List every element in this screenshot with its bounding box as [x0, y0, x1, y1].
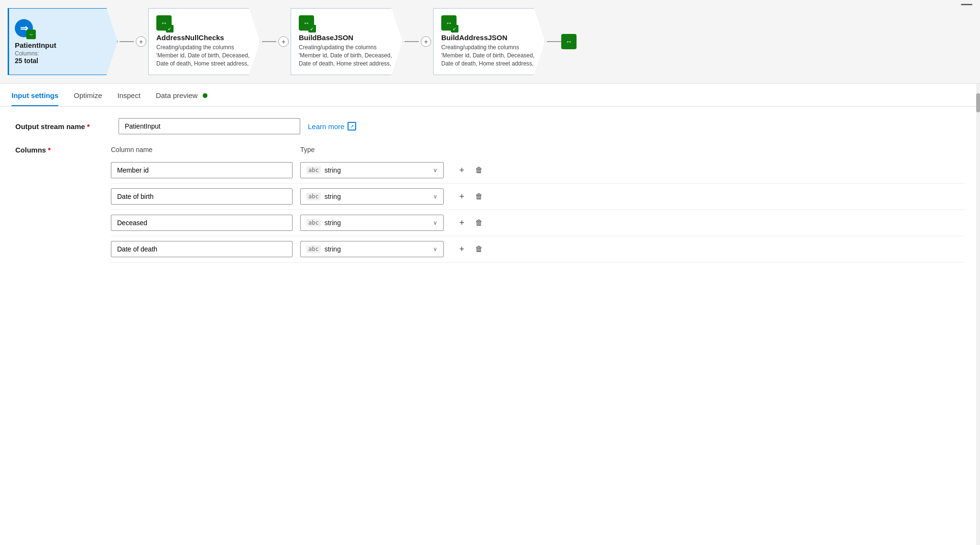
chevron-down-icon-2: ∨: [433, 193, 437, 200]
add-node-btn-1[interactable]: +: [136, 36, 146, 47]
add-node-btn-2[interactable]: +: [278, 36, 289, 47]
transform-badge-icon: ↔: [26, 30, 36, 39]
delete-col-btn-4[interactable]: 🗑: [472, 242, 486, 256]
tab-input-settings[interactable]: Input settings: [11, 84, 58, 106]
sub-icon-3: ↙: [308, 25, 316, 33]
col-name-input-2[interactable]: [111, 188, 293, 205]
learn-more-link[interactable]: Learn more ↗: [308, 122, 356, 131]
connector-line-4: [547, 41, 561, 42]
required-star-columns: *: [48, 146, 51, 154]
learn-more-text: Learn more: [308, 122, 345, 131]
column-row-1: abc string ∨ + 🗑: [111, 157, 965, 184]
column-row-2: abc string ∨ + 🗑: [111, 184, 965, 210]
node-box-patient-input: ⇒ ↔ PatientInput Columns: 25 total: [8, 8, 118, 75]
type-label-4: string: [325, 245, 341, 253]
columns-section: Columns* Column name Type abc string: [15, 146, 965, 262]
delete-col-btn-1[interactable]: 🗑: [472, 164, 486, 177]
connector-2: +: [260, 0, 291, 83]
pipeline-node-build-address-json[interactable]: ↔ ↙ BuildAddressJSON Creating/updating t…: [433, 0, 545, 83]
col-header-name: Column name: [111, 146, 293, 153]
required-star-stream: *: [87, 122, 90, 131]
add-node-btn-3[interactable]: +: [421, 36, 431, 47]
add-col-btn-4[interactable]: +: [455, 242, 468, 256]
pipeline-header: ⇒ ↔ PatientInput Columns: 25 total + ↔ ↙…: [0, 0, 980, 84]
connector-line-3: [404, 41, 419, 42]
node-box-build-address-json: ↔ ↙ BuildAddressJSON Creating/updating t…: [433, 8, 545, 75]
node-box-build-base-json: ↔ ↙ BuildBaseJSON Creating/updating the …: [291, 8, 403, 75]
col-name-input-1[interactable]: [111, 162, 293, 178]
tabs-bar: Input settings Optimize Inspect Data pre…: [0, 84, 980, 107]
output-stream-name-label: Output stream name*: [15, 122, 111, 131]
final-transform-icon: ↔: [561, 34, 577, 49]
pipeline-node-patient-input[interactable]: ⇒ ↔ PatientInput Columns: 25 total: [8, 0, 118, 83]
connector-line-1: [120, 41, 134, 42]
output-stream-name-row: Output stream name* Learn more ↗: [15, 118, 965, 134]
type-badge-1: abc: [306, 166, 321, 174]
type-badge-2: abc: [306, 193, 321, 200]
node-icon-patient-input: ⇒ ↔: [15, 19, 109, 37]
type-select-1[interactable]: abc string ∨: [300, 162, 444, 178]
main-content: Output stream name* Learn more ↗ Columns…: [0, 107, 980, 274]
type-select-3[interactable]: abc string ∨: [300, 215, 444, 231]
chevron-down-icon-4: ∨: [433, 246, 437, 252]
chevron-down-icon-3: ∨: [433, 219, 437, 226]
minimize-btn[interactable]: [961, 4, 972, 5]
col-name-input-4[interactable]: [111, 241, 293, 257]
sub-icon-2: ↙: [166, 25, 174, 33]
node-count-patient-input: 25 total: [15, 57, 109, 65]
action-icons-3: + 🗑: [455, 216, 486, 229]
pipeline-node-address-null-checks[interactable]: ↔ ↙ AddressNullChecks Creating/updating …: [148, 0, 260, 83]
col-header-type: Type: [300, 146, 444, 153]
delete-col-btn-3[interactable]: 🗑: [472, 216, 486, 229]
type-select-2[interactable]: abc string ∨: [300, 188, 444, 205]
column-row-4: abc string ∨ + 🗑: [111, 236, 965, 262]
tab-data-preview[interactable]: Data preview: [156, 84, 207, 106]
pipeline-node-build-base-json[interactable]: ↔ ↙ BuildBaseJSON Creating/updating the …: [291, 0, 403, 83]
type-badge-3: abc: [306, 219, 321, 227]
connector-4: ↔: [545, 0, 578, 83]
node-box-address-null-checks: ↔ ↙ AddressNullChecks Creating/updating …: [148, 8, 260, 75]
scrollbar-thumb[interactable]: [976, 93, 980, 112]
delete-col-btn-2[interactable]: 🗑: [472, 190, 486, 203]
tab-optimize[interactable]: Optimize: [74, 84, 102, 106]
columns-label: Columns*: [15, 146, 111, 154]
type-label-2: string: [325, 193, 341, 200]
scrollbar-track[interactable]: [976, 84, 980, 274]
chevron-down-icon-1: ∨: [433, 167, 437, 174]
action-icons-2: + 🗑: [455, 190, 486, 203]
node-desc-build-base-json: Creating/updating the columns 'Member id…: [299, 44, 394, 67]
col-name-input-3[interactable]: [111, 215, 293, 231]
tab-inspect[interactable]: Inspect: [118, 84, 141, 106]
connector-line-2: [262, 41, 276, 42]
node-desc-build-address-json: Creating/updating the columns 'Member id…: [441, 44, 537, 67]
node-title-build-base-json: BuildBaseJSON: [299, 33, 394, 42]
node-title-address-null-checks: AddressNullChecks: [156, 33, 252, 42]
sub-icon-4: ↙: [451, 25, 458, 33]
action-icons-1: + 🗑: [455, 164, 486, 177]
column-row-3: abc string ∨ + 🗑: [111, 210, 965, 236]
type-label-1: string: [325, 166, 341, 174]
connector-1: +: [118, 0, 148, 83]
external-link-icon: ↗: [348, 122, 356, 131]
data-preview-dot: [203, 93, 207, 98]
node-desc-address-null-checks: Creating/updating the columns 'Member id…: [156, 44, 252, 67]
type-badge-4: abc: [306, 245, 321, 253]
node-title-patient-input: PatientInput: [15, 41, 109, 49]
connector-3: +: [403, 0, 433, 83]
node-title-build-address-json: BuildAddressJSON: [441, 33, 537, 42]
add-col-btn-2[interactable]: +: [455, 190, 468, 203]
add-col-btn-1[interactable]: +: [455, 164, 468, 177]
data-preview-label: Data preview: [156, 91, 198, 99]
node-subtitle-patient-input: Columns:: [15, 50, 109, 57]
type-select-4[interactable]: abc string ∨: [300, 241, 444, 257]
action-icons-4: + 🗑: [455, 242, 486, 256]
type-label-3: string: [325, 219, 341, 227]
output-stream-name-input[interactable]: [119, 118, 300, 134]
add-col-btn-3[interactable]: +: [455, 216, 468, 229]
